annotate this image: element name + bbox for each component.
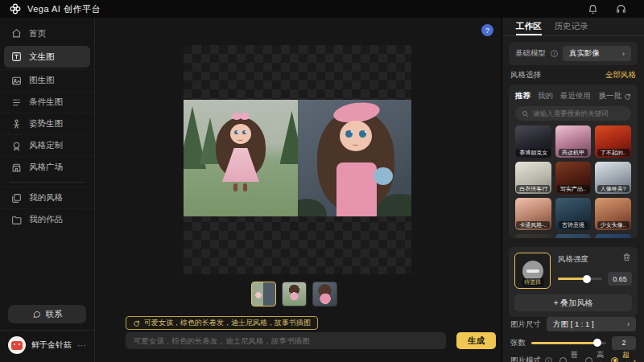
image-size-select[interactable]: 方图 [ 1 : 1 ] › [547, 317, 636, 331]
doll-figure-closeup [316, 103, 399, 216]
image-count-slider-knob[interactable] [593, 339, 601, 347]
selected-style-slot[interactable]: 待选择 [514, 253, 551, 289]
preview-transparency-area [184, 45, 411, 274]
image-count-label: 张数 [510, 338, 526, 348]
radio-mode-uhd[interactable] [611, 357, 618, 362]
sidebar-item-label: 文生图 [29, 51, 55, 63]
generate-button[interactable]: 生成 [456, 332, 496, 349]
avatar [8, 336, 26, 354]
radio-mode-hd[interactable] [585, 357, 592, 362]
image-mode-row: 图片模式 i 普通 高清 超清 [510, 355, 636, 362]
image-count-slider[interactable] [531, 342, 606, 344]
style-strength-card: 待选择 风格强度 0.65 + 叠加风格 [509, 247, 638, 317]
help-button[interactable]: ? [481, 24, 493, 36]
sidebar-item-image-to-image[interactable]: 图生图 [0, 69, 94, 91]
style-select-row: 风格选择 全部风格 [510, 70, 636, 80]
style-card[interactable]: 了不起的.. [595, 125, 631, 158]
base-model-label: 基础模型 [515, 48, 546, 59]
style-card-label: 赛博朋克女 [516, 149, 550, 156]
headset-icon[interactable] [616, 4, 626, 14]
sidebar-item-my-works[interactable]: 我的作品 [0, 208, 94, 230]
style-card[interactable]: 卡通风格-.. [515, 198, 551, 230]
style-card-label: 写实产品.. [557, 185, 589, 192]
panel-tabs: 工作区 历史记录 [502, 18, 644, 36]
style-card[interactable]: 古诗意境 [555, 198, 592, 230]
panel-bottom-settings: 图片尺寸 方图 [ 1 : 1 ] › 张数 2 图片模式 i 普通 [502, 317, 644, 362]
style-tab-mine[interactable]: 我的 [538, 91, 553, 101]
crown-icon [634, 357, 636, 362]
strength-value[interactable]: 0.65 [608, 272, 632, 286]
user-more-icon[interactable]: ⋯ [77, 340, 87, 351]
radio-mode-hd-label[interactable]: 高清 [597, 350, 604, 362]
search-icon [522, 110, 529, 117]
style-card[interactable]: 白衣侠客行 [515, 162, 551, 194]
sidebar-bottom: 联系 鲜于金针菇 ⋯ [0, 305, 94, 362]
generated-image-right[interactable] [298, 100, 412, 216]
style-card-label: 古诗意境 [559, 221, 588, 228]
sidebar-item-label: 风格定制 [29, 140, 63, 151]
prompt-input[interactable] [126, 332, 446, 349]
style-card-label: 卡通风格-.. [516, 221, 550, 228]
refresh-icon [624, 93, 631, 100]
contact-button[interactable]: 联系 [8, 305, 86, 323]
style-card[interactable]: 少女头像.. [595, 198, 631, 230]
add-style-button[interactable]: + 叠加风格 [514, 294, 632, 311]
text-gen-icon [11, 51, 22, 62]
sidebar-item-pose-gen[interactable]: 姿势生图 [0, 113, 94, 134]
info-icon[interactable]: i [551, 50, 558, 57]
radio-mode-normal[interactable] [559, 357, 567, 362]
all-styles-link[interactable]: 全部风格 [605, 70, 636, 80]
sidebar-nav: 首页 文生图 图生图 条件生图 姿势生图 风格定制 [0, 18, 94, 230]
contact-label: 联系 [46, 309, 63, 320]
style-card[interactable]: 高达机甲 [555, 125, 592, 158]
radio-mode-uhd-label[interactable]: 超清 [622, 350, 630, 362]
generated-image-pair[interactable] [184, 100, 411, 216]
style-custom-icon [11, 141, 22, 151]
style-tabs: 推荐 我的 最近使用 换一批 [515, 89, 631, 102]
trash-icon[interactable] [622, 253, 631, 261]
style-search-input[interactable] [533, 109, 625, 117]
refresh-batch-label: 换一批 [599, 91, 622, 101]
tab-workspace[interactable]: 工作区 [516, 18, 542, 35]
refresh-batch-button[interactable]: 换一批 [599, 91, 632, 101]
thumbnail-right-image[interactable] [312, 282, 337, 306]
generated-image-left[interactable] [184, 100, 298, 216]
main-canvas: ? [96, 18, 501, 362]
style-tab-recent[interactable]: 最近使用 [560, 91, 591, 101]
sidebar-item-text-to-image[interactable]: 文生图 [4, 46, 90, 68]
prompt-suggestion-chip[interactable]: 可爱女孩，棕色的长卷发，迪士尼风格，故事书插图 [126, 316, 318, 330]
sidebar-item-home[interactable]: 首页 [0, 23, 94, 44]
style-card[interactable] [595, 234, 631, 238]
info-icon[interactable]: i [545, 357, 552, 362]
bell-icon[interactable] [588, 4, 598, 14]
style-card[interactable] [515, 234, 551, 238]
user-row[interactable]: 鲜于金针菇 ⋯ [0, 336, 94, 357]
sidebar-item-style-plaza[interactable]: 风格广场 [0, 156, 94, 178]
sidebar-item-style-custom[interactable]: 风格定制 [0, 134, 94, 156]
sidebar-item-label: 姿势生图 [29, 118, 63, 130]
strength-row: 待选择 风格强度 0.65 [514, 253, 632, 289]
style-card[interactable]: 赛博朋克女 [515, 125, 551, 158]
sidebar-item-condition-gen[interactable]: 条件生图 [0, 91, 94, 113]
sidebar-item-my-styles[interactable]: 我的风格 [0, 187, 94, 208]
strength-slider[interactable] [558, 278, 602, 280]
base-model-card: 基础模型 i 真实影像 › [509, 42, 638, 65]
style-card[interactable]: 人像唯美? [595, 162, 631, 194]
thumbnail-pair[interactable] [251, 282, 276, 306]
chevron-right-icon: › [627, 320, 630, 328]
image-count-row: 张数 2 [510, 336, 636, 349]
sidebar-item-label: 风格广场 [29, 162, 63, 173]
thumbnail-left-image[interactable] [282, 282, 307, 306]
style-card[interactable]: 写实产品.. [555, 162, 592, 194]
base-model-select[interactable]: 真实影像 › [563, 46, 631, 61]
refresh-icon [133, 319, 140, 327]
image-count-value[interactable]: 2 [612, 336, 636, 350]
radio-mode-normal-label[interactable]: 普通 [571, 350, 578, 362]
style-tab-recommend[interactable]: 推荐 [515, 91, 530, 101]
app-root: Vega AI 创作平台 首页 文生图 图生图 [0, 0, 644, 362]
tab-history[interactable]: 历史记录 [555, 18, 588, 35]
style-card[interactable] [555, 234, 592, 238]
strength-slider-knob[interactable] [583, 275, 591, 283]
style-plaza-icon [11, 162, 22, 173]
style-card-label: 了不起的.. [597, 149, 630, 156]
